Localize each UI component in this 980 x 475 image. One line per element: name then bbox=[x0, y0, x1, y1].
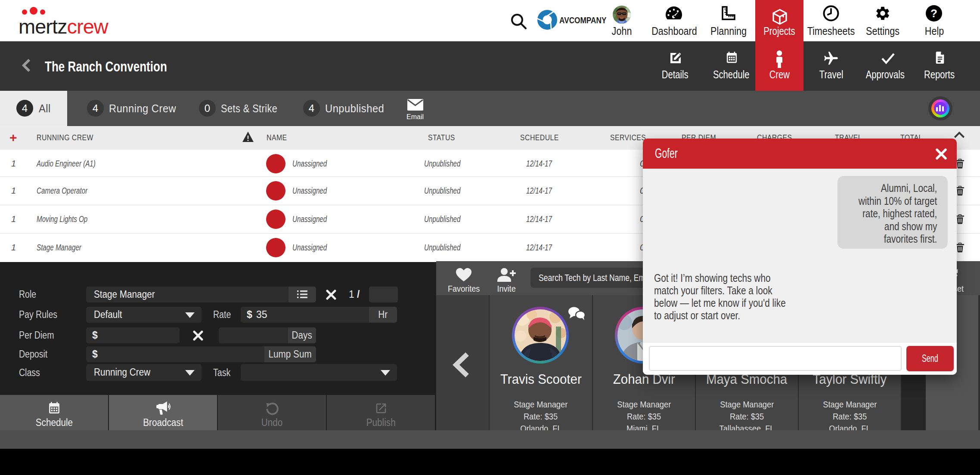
svg-text:?: ? bbox=[930, 7, 937, 20]
